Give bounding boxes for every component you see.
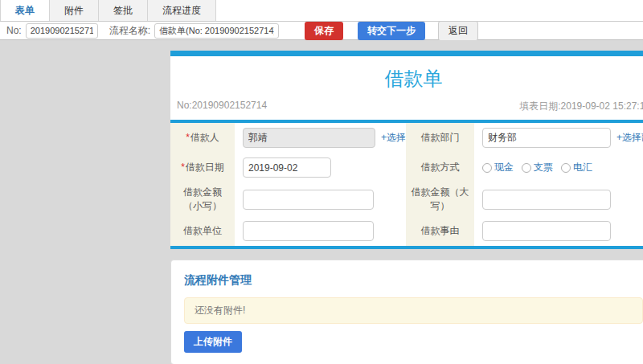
save-button[interactable]: 保存 (305, 22, 343, 40)
top-accent-bar (170, 51, 643, 56)
borrower-input[interactable] (243, 128, 375, 148)
radio-circle-icon (522, 163, 531, 173)
loan-date-input[interactable] (243, 157, 331, 178)
control-toolbar: No: 流程名称: 保存 转交下一步 返回 (0, 22, 643, 40)
attachment-panel-title: 流程附件管理 (184, 273, 643, 288)
loan-method-label: 借款方式 (406, 153, 474, 182)
tab-form[interactable]: 表单 (0, 0, 50, 21)
tab-bar: 表单 附件 签批 流程进度 (0, 0, 643, 22)
radio-cash[interactable]: 现金 (482, 161, 514, 174)
no-attachment-alert: 还没有附件! (184, 297, 643, 324)
radio-cheque[interactable]: 支票 (522, 161, 553, 174)
loan-unit-label: 借款单位 (170, 216, 235, 246)
doc-number: No:20190902152714 (177, 100, 267, 113)
tab-progress[interactable]: 流程进度 (148, 0, 216, 21)
doc-fill-date: 填表日期:2019-09-02 15:27:14 (519, 100, 643, 113)
amount-small-label: 借款金额（小写） (170, 182, 235, 216)
loan-reason-input[interactable] (482, 221, 611, 241)
attachment-panel: 流程附件管理 还没有附件! 上传附件 (170, 260, 643, 364)
radio-circle-icon (482, 163, 492, 173)
department-label: 借款部门 (406, 123, 474, 153)
content-background: 借款单 No:20190902152714 填表日期:2019-09-02 15… (0, 40, 643, 364)
process-name-label: 流程名称: (109, 24, 150, 38)
borrower-label: *借款人 (170, 123, 235, 153)
no-input[interactable] (26, 23, 98, 39)
loan-unit-input[interactable] (243, 221, 374, 241)
amount-big-label: 借款金额（大写） (406, 182, 474, 216)
amount-big-input[interactable] (482, 190, 611, 210)
department-input[interactable] (482, 128, 611, 148)
main-panel: 借款单 No:20190902152714 填表日期:2019-09-02 15… (170, 51, 643, 364)
select-department-link[interactable]: +选择部门 (616, 131, 643, 145)
tab-approval[interactable]: 签批 (99, 0, 148, 21)
radio-wire[interactable]: 电汇 (561, 161, 592, 174)
upload-attachment-button[interactable]: 上传附件 (184, 331, 242, 353)
loan-reason-label: 借款事由 (406, 216, 474, 246)
next-step-button[interactable]: 转交下一步 (358, 22, 425, 40)
loan-form: *借款人 +选择人员 借款部门 +选择部门 *借款日期 借款方式 现金 支票 电… (170, 123, 643, 246)
tab-attachment[interactable]: 附件 (50, 0, 99, 21)
loan-method-radios: 现金 支票 电汇 (482, 161, 592, 174)
loan-date-label: *借款日期 (170, 153, 235, 182)
form-bottom-bar (170, 246, 643, 249)
no-label: No: (6, 25, 22, 36)
back-button[interactable]: 返回 (438, 21, 478, 41)
doc-header: 借款单 No:20190902152714 填表日期:2019-09-02 15… (170, 56, 643, 120)
process-name-input[interactable] (154, 23, 279, 39)
page-title: 借款单 (170, 56, 643, 100)
amount-small-input[interactable] (243, 190, 374, 210)
radio-circle-icon (561, 163, 571, 173)
